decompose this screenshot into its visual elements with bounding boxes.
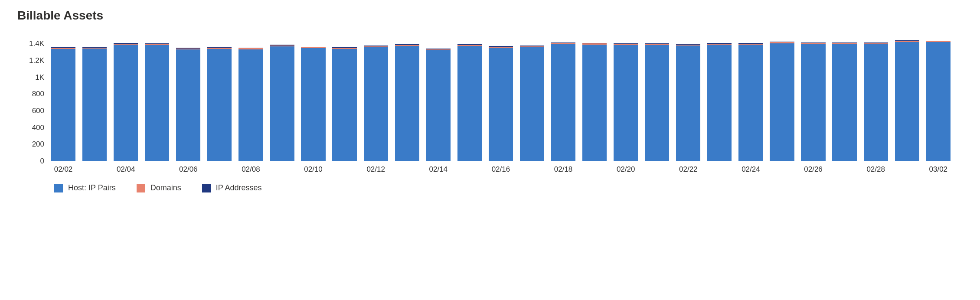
chart-title: Billable Assets (17, 9, 967, 23)
x-tick-label (392, 162, 423, 174)
bar-slot (704, 43, 735, 161)
x-tick-label (829, 162, 860, 174)
legend-item-host_ip_pairs[interactable]: Host: IP Pairs (54, 183, 116, 192)
y-tick-label: 0 (40, 157, 48, 166)
bar-segment-host_ip_pairs (645, 45, 669, 161)
x-tick-label: 02/02 (48, 162, 79, 174)
bar-segment-host_ip_pairs (864, 44, 888, 161)
x-tick-label: 02/10 (298, 162, 329, 174)
y-tick-label: 800 (32, 90, 48, 98)
bar[interactable] (738, 43, 763, 161)
bar[interactable] (426, 49, 451, 161)
bar[interactable] (645, 43, 669, 161)
bar[interactable] (676, 44, 700, 161)
bar[interactable] (82, 47, 107, 161)
bar[interactable] (270, 45, 294, 161)
legend-item-domains[interactable]: Domains (137, 183, 181, 192)
bar-segment-host_ip_pairs (114, 45, 138, 161)
bar[interactable] (395, 44, 419, 161)
bar-slot (766, 42, 797, 161)
bars-container (48, 36, 954, 161)
x-tick-label (704, 162, 735, 174)
x-tick-label (641, 162, 673, 174)
bar-segment-host_ip_pairs (207, 49, 232, 161)
bar[interactable] (238, 48, 263, 161)
bar-segment-host_ip_pairs (582, 45, 607, 162)
bar-slot (298, 47, 329, 161)
x-tick-label: 02/06 (173, 162, 204, 174)
y-tick-label: 400 (32, 124, 48, 132)
bar[interactable] (207, 47, 232, 161)
bar-slot (235, 48, 266, 161)
bar[interactable] (51, 47, 75, 161)
bar[interactable] (926, 41, 951, 161)
bar-slot (860, 42, 892, 161)
bar-slot (516, 46, 548, 161)
y-tick-label: 1.2K (29, 56, 48, 65)
bar-segment-host_ip_pairs (238, 49, 263, 161)
legend-label: Host: IP Pairs (68, 183, 116, 192)
bar[interactable] (864, 42, 888, 161)
bar-slot (454, 44, 485, 161)
legend-swatch (54, 184, 63, 192)
bar[interactable] (707, 43, 732, 161)
plot-area: 02004006008001K1.2K1.4K (48, 36, 954, 162)
bar[interactable] (582, 43, 607, 161)
bar[interactable] (801, 42, 825, 161)
legend: Host: IP PairsDomainsIP Addresses (54, 183, 967, 192)
x-tick-label: 02/18 (548, 162, 579, 174)
x-tick-label (892, 162, 923, 174)
bar-segment-host_ip_pairs (520, 47, 544, 161)
bar[interactable] (614, 43, 638, 161)
bar[interactable] (176, 48, 200, 161)
bar[interactable] (895, 40, 919, 161)
bar-segment-host_ip_pairs (332, 49, 356, 161)
bar-segment-host_ip_pairs (270, 46, 294, 161)
y-tick-label: 1.4K (29, 39, 48, 48)
bar-segment-host_ip_pairs (395, 46, 419, 161)
billable-assets-card: Billable Assets 02004006008001K1.2K1.4K … (0, 0, 980, 201)
x-tick-label: 02/28 (860, 162, 892, 174)
x-tick-label (79, 162, 110, 174)
bar[interactable] (301, 47, 325, 161)
bar-segment-host_ip_pairs (145, 45, 169, 161)
bar[interactable] (364, 46, 388, 161)
x-tick-label (579, 162, 610, 174)
bar[interactable] (145, 43, 169, 161)
bar-segment-host_ip_pairs (82, 49, 107, 161)
y-tick-label: 600 (32, 107, 48, 115)
bar[interactable] (520, 46, 544, 161)
bar[interactable] (332, 47, 356, 161)
x-tick-label (329, 162, 360, 174)
bar-slot (204, 47, 235, 161)
bar-segment-host_ip_pairs (801, 44, 825, 161)
bar[interactable] (551, 42, 575, 161)
x-tick-label: 02/12 (360, 162, 392, 174)
legend-label: IP Addresses (216, 183, 262, 192)
legend-item-ip_addresses[interactable]: IP Addresses (202, 183, 262, 192)
bar[interactable] (770, 42, 794, 161)
bar-segment-host_ip_pairs (926, 42, 951, 161)
bar-slot (610, 43, 641, 161)
bar[interactable] (114, 43, 138, 161)
legend-swatch (137, 184, 145, 192)
bar-slot (423, 49, 454, 161)
bar-slot (79, 47, 110, 161)
bar-segment-host_ip_pairs (770, 43, 794, 161)
bar[interactable] (832, 42, 856, 161)
bar-segment-host_ip_pairs (364, 47, 388, 161)
bar-slot (141, 43, 173, 161)
bar[interactable] (457, 44, 482, 161)
bar-segment-host_ip_pairs (895, 42, 919, 161)
x-tick-label: 02/24 (735, 162, 766, 174)
x-tick-label (141, 162, 173, 174)
y-tick-label: 200 (32, 140, 48, 149)
y-tick-label: 1K (35, 73, 48, 82)
bar-segment-host_ip_pairs (51, 49, 75, 161)
bar-slot (641, 43, 673, 161)
bar-segment-host_ip_pairs (676, 46, 700, 161)
bar[interactable] (489, 46, 513, 161)
legend-label: Domains (150, 183, 181, 192)
x-tick-label (204, 162, 235, 174)
bar-slot (798, 42, 829, 161)
